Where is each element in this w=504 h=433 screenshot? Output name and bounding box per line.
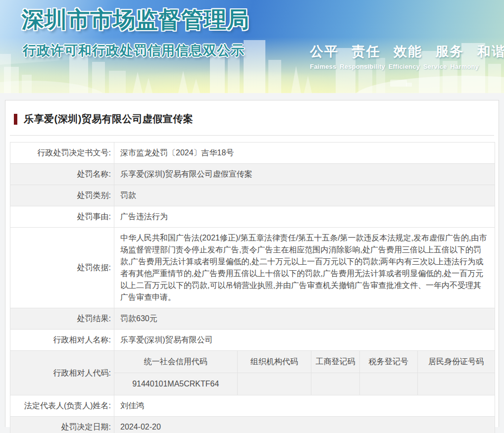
table-row: 处罚决定日期:2024-02-20 <box>10 417 495 433</box>
content-panel: 乐享爱(深圳)贸易有限公司虚假宣传案 行政处罚决定书文号:深市监龙处罚〔2024… <box>5 100 499 427</box>
row-label: 处罚名称: <box>10 164 114 185</box>
banner-subtitle: 行政许可和行政处罚信用信息双公示 <box>23 42 245 59</box>
penalty-table-body: 行政处罚决定书文号:深市监龙处罚〔2024〕吉华18号处罚名称:乐享爱(深圳)贸… <box>10 143 495 433</box>
row-label: 行政相对人名称: <box>10 330 114 351</box>
table-row: 处罚依据:中华人民共和国广告法(2021修正)/第五章法律责任/第五十五条/第一… <box>10 228 495 308</box>
code-value-cell <box>417 373 495 395</box>
table-row: 处罚结果:罚款630元 <box>10 308 495 330</box>
row-value: 2024-02-20 <box>114 417 495 433</box>
code-header-cell: 税务登记号 <box>359 351 417 373</box>
table-row: 处罚名称:乐享爱(深圳)贸易有限公司虚假宣传案 <box>10 164 495 185</box>
table-row: 处罚事由:广告违法行为 <box>10 206 495 228</box>
title-accent-bar <box>14 114 17 125</box>
code-value-cell <box>237 373 311 395</box>
row-value: 广告违法行为 <box>114 206 495 228</box>
code-header-cell: 统一社会信用代码 <box>114 351 237 373</box>
row-value: 乐享爱(深圳)贸易有限公司 <box>114 330 495 351</box>
code-value-cell: 91440101MA5CRKTF64 <box>114 373 237 395</box>
agency-title: 深圳市市场监督管理局 <box>22 5 250 35</box>
code-value-cell <box>359 373 417 395</box>
row-value: 乐享爱(深圳)贸易有限公司虚假宣传案 <box>114 164 495 185</box>
row-value: 统一社会信用代码组织机构代码工商登记码税务登记号居民身份证号码91440101M… <box>114 351 495 395</box>
header-banner: 深圳市市场监督管理局 行政许可和行政处罚信用信息双公示 公平 责任 效能 服务 … <box>0 0 504 93</box>
row-label: 法定代表人(负责人)姓名: <box>10 395 114 417</box>
slogan-chinese: 公平 责任 效能 服务 和谐 <box>310 43 483 60</box>
case-title-row: 乐享爱(深圳)贸易有限公司虚假宣传案 <box>10 112 494 126</box>
row-value: 刘佳鸿 <box>114 395 495 417</box>
table-row: 行政处罚决定书文号:深市监龙处罚〔2024〕吉华18号 <box>10 143 495 164</box>
page-title: 乐享爱(深圳)贸易有限公司虚假宣传案 <box>24 112 193 126</box>
row-label: 处罚依据: <box>10 228 114 308</box>
row-label: 处罚结果: <box>10 308 114 330</box>
row-label: 处罚事由: <box>10 206 114 228</box>
code-header-cell: 组织机构代码 <box>237 351 311 373</box>
codes-value-row: 91440101MA5CRKTF64 <box>114 373 495 395</box>
row-label: 处罚类别: <box>10 185 114 206</box>
page-body: 乐享爱(深圳)贸易有限公司虚假宣传案 行政处罚决定书文号:深市监龙处罚〔2024… <box>0 93 504 427</box>
penalty-info-table: 行政处罚决定书文号:深市监龙处罚〔2024〕吉华18号处罚名称:乐享爱(深圳)贸… <box>10 142 495 433</box>
party-codes-table: 统一社会信用代码组织机构代码工商登记码税务登记号居民身份证号码91440101M… <box>114 351 495 395</box>
row-label: 行政相对人代码: <box>10 351 114 395</box>
row-value: 罚款630元 <box>114 308 495 330</box>
codes-header-row: 统一社会信用代码组织机构代码工商登记码税务登记号居民身份证号码 <box>114 351 495 373</box>
title-divider <box>10 135 494 136</box>
table-row: 行政相对人名称:乐享爱(深圳)贸易有限公司 <box>10 330 495 351</box>
row-label: 处罚决定日期: <box>10 417 114 433</box>
row-label: 行政处罚决定书文号: <box>10 143 114 164</box>
code-header-cell: 居民身份证号码 <box>417 351 495 373</box>
row-value: 深市监龙处罚〔2024〕吉华18号 <box>114 143 495 164</box>
row-value: 中华人民共和国广告法(2021修正)/第五章法律责任/第五十五条/第一款违反本法… <box>114 228 495 308</box>
code-value-cell <box>311 373 360 395</box>
table-row: 处罚类别:罚款 <box>10 185 495 206</box>
banner-slogan: 公平 责任 效能 服务 和谐 Faimess Responsibility Ef… <box>310 43 483 70</box>
slogan-english: Faimess Responsibility Efficiency Servic… <box>310 63 483 70</box>
row-value: 罚款 <box>114 185 495 206</box>
table-row: 法定代表人(负责人)姓名:刘佳鸿 <box>10 395 495 417</box>
code-header-cell: 工商登记码 <box>311 351 360 373</box>
table-row: 行政相对人代码:统一社会信用代码组织机构代码工商登记码税务登记号居民身份证号码9… <box>10 351 495 395</box>
